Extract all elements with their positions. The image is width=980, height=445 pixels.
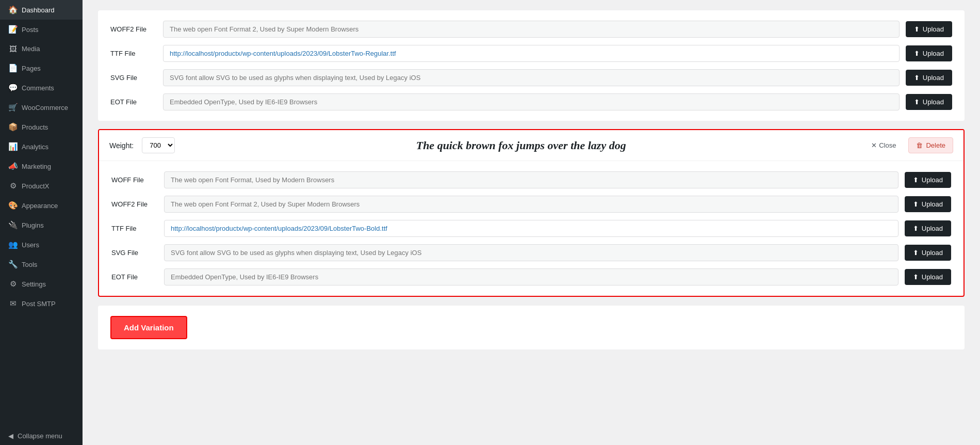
analytics-icon: 📊 (8, 142, 18, 151)
upload-icon: ⬆ (914, 25, 920, 33)
sidebar-item-dashboard[interactable]: 🏠 Dashboard (0, 0, 83, 20)
upload-button-ttf[interactable]: ⬆ Upload (905, 220, 951, 236)
weight-label: Weight: (109, 141, 134, 150)
sidebar-item-products[interactable]: 📦 Products (0, 117, 83, 137)
trash-icon: 🗑 (916, 141, 923, 149)
collapse-menu-button[interactable]: ◀ Collapse menu (0, 427, 83, 445)
upload-icon: ⬆ (913, 176, 919, 184)
weight-select[interactable]: 700 100 200 300 400 500 600 800 900 (142, 137, 175, 153)
sidebar-item-pages[interactable]: 📄 Pages (0, 58, 83, 78)
tools-icon: 🔧 (8, 260, 18, 269)
main-content: WOFF2 File ⬆ Upload TTF File ⬆ Upload SV… (83, 0, 980, 445)
sidebar-item-label: Post SMTP (22, 300, 56, 308)
sidebar-item-productx[interactable]: ⚙ ProductX (0, 176, 83, 196)
file-row-eot-top: EOT File ⬆ Upload (110, 93, 952, 110)
add-variation-area: Add Variation (98, 305, 965, 349)
file-input-woff2[interactable] (164, 196, 899, 213)
sidebar-item-label: WooCommerce (22, 104, 68, 112)
file-input-ttf-top[interactable] (163, 45, 900, 62)
upload-button-woff2-top[interactable]: ⬆ Upload (906, 21, 952, 37)
sidebar-item-analytics[interactable]: 📊 Analytics (0, 137, 83, 156)
sidebar-item-label: Posts (22, 26, 39, 34)
close-button[interactable]: ✕ Close (867, 139, 900, 151)
file-input-svg[interactable] (164, 244, 899, 261)
file-label-svg-top: SVG File (110, 74, 157, 82)
sidebar-item-label: Settings (22, 280, 46, 288)
sidebar-item-users[interactable]: 👥 Users (0, 235, 83, 255)
upload-button-woff2[interactable]: ⬆ Upload (905, 196, 951, 212)
upload-icon: ⬆ (913, 273, 919, 281)
file-input-woff2-top[interactable] (163, 21, 900, 38)
media-icon: 🖼 (8, 44, 18, 53)
file-label-ttf: TTF File (111, 225, 158, 232)
file-label-svg: SVG File (111, 249, 158, 257)
file-row-ttf: TTF File ⬆ Upload (111, 220, 951, 237)
upload-button-eot-top[interactable]: ⬆ Upload (906, 94, 952, 110)
sidebar-item-label: ProductX (22, 182, 49, 190)
pages-icon: 📄 (8, 63, 18, 73)
add-variation-button[interactable]: Add Variation (110, 316, 187, 339)
posts-icon: 📝 (8, 25, 18, 34)
upload-icon: ⬆ (913, 200, 919, 208)
file-row-woff2: WOFF2 File ⬆ Upload (111, 196, 951, 213)
sidebar-item-woocommerce[interactable]: 🛒 WooCommerce (0, 98, 83, 117)
sidebar-item-plugins[interactable]: 🔌 Plugins (0, 215, 83, 235)
sidebar-item-label: Pages (22, 65, 41, 72)
sidebar-item-media[interactable]: 🖼 Media (0, 39, 83, 58)
sidebar-item-appearance[interactable]: 🎨 Appearance (0, 196, 83, 215)
file-row-svg-top: SVG File ⬆ Upload (110, 69, 952, 86)
file-label-ttf-top: TTF File (110, 50, 157, 57)
sidebar-item-label: Plugins (22, 221, 44, 229)
sidebar-item-postsmtp[interactable]: ✉ Post SMTP (0, 294, 83, 313)
sidebar-item-label: Tools (22, 261, 37, 268)
file-row-woff: WOFF File ⬆ Upload (111, 171, 951, 188)
sidebar-item-settings[interactable]: ⚙ Settings (0, 274, 83, 294)
file-input-eot-top[interactable] (163, 93, 900, 110)
sidebar-item-label: Analytics (22, 143, 48, 151)
file-input-ttf[interactable] (164, 220, 899, 237)
file-label-woff2: WOFF2 File (111, 200, 158, 208)
comments-icon: 💬 (8, 83, 18, 92)
file-input-svg-top[interactable] (163, 69, 900, 86)
sidebar-item-tools[interactable]: 🔧 Tools (0, 255, 83, 274)
preview-text: The quick brown fox jumps over the lazy … (183, 139, 859, 152)
sidebar-item-label: Dashboard (22, 6, 55, 14)
dashboard-icon: 🏠 (8, 5, 18, 14)
sidebar-item-marketing[interactable]: 📣 Marketing (0, 156, 83, 176)
sidebar-item-label: Products (22, 123, 48, 131)
collapse-icon: ◀ (8, 432, 13, 440)
file-row-ttf-top: TTF File ⬆ Upload (110, 45, 952, 62)
upload-button-svg[interactable]: ⬆ Upload (905, 245, 951, 261)
productx-icon: ⚙ (8, 181, 18, 190)
close-icon: ✕ (871, 141, 877, 149)
upload-button-eot[interactable]: ⬆ Upload (905, 269, 951, 285)
upload-icon: ⬆ (914, 74, 920, 82)
top-file-panel: WOFF2 File ⬆ Upload TTF File ⬆ Upload SV… (98, 10, 965, 121)
settings-icon: ⚙ (8, 279, 18, 289)
file-label-woff: WOFF File (111, 176, 158, 184)
sidebar-item-label: Comments (22, 84, 54, 92)
file-row-eot: EOT File ⬆ Upload (111, 268, 951, 285)
sidebar-item-label: Users (22, 241, 39, 249)
variation-body: WOFF File ⬆ Upload WOFF2 File ⬆ Upload T… (99, 161, 963, 296)
sidebar-item-label: Marketing (22, 163, 51, 170)
woocommerce-icon: 🛒 (8, 103, 18, 112)
appearance-icon: 🎨 (8, 201, 18, 210)
file-input-woff[interactable] (164, 171, 899, 188)
delete-button[interactable]: 🗑 Delete (908, 137, 953, 153)
file-row-svg: SVG File ⬆ Upload (111, 244, 951, 261)
upload-button-ttf-top[interactable]: ⬆ Upload (906, 45, 952, 61)
file-input-eot[interactable] (164, 268, 899, 285)
sidebar-item-comments[interactable]: 💬 Comments (0, 78, 83, 98)
upload-icon: ⬆ (914, 98, 920, 106)
file-label-eot-top: EOT File (110, 98, 157, 106)
upload-button-svg-top[interactable]: ⬆ Upload (906, 70, 952, 86)
sidebar-item-label: Appearance (22, 202, 58, 210)
variation-card: Weight: 700 100 200 300 400 500 600 800 … (98, 129, 965, 297)
collapse-label: Collapse menu (18, 432, 62, 440)
upload-icon: ⬆ (914, 50, 920, 57)
file-label-eot: EOT File (111, 273, 158, 281)
upload-icon: ⬆ (913, 249, 919, 257)
upload-button-woff[interactable]: ⬆ Upload (905, 172, 951, 188)
sidebar-item-posts[interactable]: 📝 Posts (0, 20, 83, 39)
